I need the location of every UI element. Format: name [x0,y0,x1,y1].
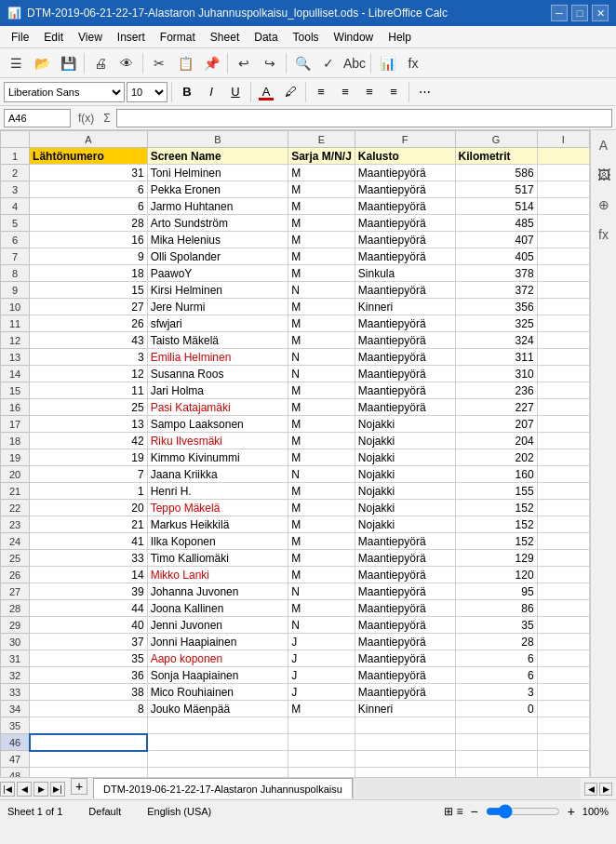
cell-i3[interactable] [537,181,589,198]
cell-a12[interactable]: 43 [30,332,148,349]
cell-g26[interactable]: 120 [455,567,537,583]
cell-a1[interactable]: Lähtönumero [30,148,148,165]
cell-i23[interactable] [537,516,589,533]
cell-i28[interactable] [537,600,589,617]
scroll-right-button[interactable]: ▶ [599,783,612,796]
cell-b6[interactable]: Mika Helenius [147,232,288,248]
cell-b31[interactable]: Aapo koponen [147,650,288,667]
fx-button[interactable]: fx [401,51,425,75]
cell-b18[interactable]: Riku Ilvesmäki [147,433,288,449]
cell-i34[interactable] [537,701,589,717]
cell-i18[interactable] [537,433,589,449]
cell-a10[interactable]: 27 [30,299,148,315]
cell-i30[interactable] [537,634,589,650]
cell-a15[interactable]: 11 [30,382,148,399]
cell-g33[interactable]: 3 [455,684,537,701]
cell-g24[interactable]: 152 [455,533,537,550]
scrollbar-area[interactable] [353,778,581,799]
cell-i15[interactable] [537,382,589,399]
cell-g46[interactable] [455,734,537,751]
cell-e11[interactable]: M [288,315,355,332]
cell-f31[interactable]: Maantiepyörä [355,650,455,667]
cell-e12[interactable]: M [288,332,355,349]
row-number[interactable]: 9 [1,282,30,299]
cell-f21[interactable]: Nojakki [355,483,455,500]
cell-f48[interactable] [355,768,455,778]
cell-i21[interactable] [537,483,589,500]
cell-f6[interactable]: Maantiepyörä [355,232,455,248]
row-number[interactable]: 21 [1,483,30,500]
cell-g9[interactable]: 372 [455,282,537,299]
open-button[interactable]: 📂 [30,51,54,75]
cell-e1[interactable]: Sarja M/N/J [288,148,355,165]
cut-button[interactable]: ✂ [147,51,171,75]
styles-sidebar-button[interactable]: A [593,134,615,156]
align-right-button[interactable]: ≡ [358,82,381,102]
cell-f34[interactable]: Kinneri [355,701,455,717]
scroll-left-button[interactable]: ◀ [584,783,597,796]
cell-e20[interactable]: N [288,466,355,483]
cell-i2[interactable] [537,165,589,181]
row-number[interactable]: 7 [1,248,30,265]
col-header-i[interactable]: I [537,131,589,148]
cell-b23[interactable]: Markus Heikkilä [147,516,288,533]
row-number[interactable]: 29 [1,617,30,634]
align-justify-button[interactable]: ≡ [382,82,405,102]
cell-g8[interactable]: 378 [455,265,537,282]
cell-a19[interactable]: 19 [30,449,148,466]
cell-f23[interactable]: Nojakki [355,516,455,533]
cell-f46[interactable] [355,734,455,751]
cell-b32[interactable]: Sonja Haapiainen [147,667,288,684]
italic-button[interactable]: I [200,82,222,102]
cell-f47[interactable] [355,751,455,768]
cell-g7[interactable]: 405 [455,248,537,265]
cell-i24[interactable] [537,533,589,550]
cell-f2[interactable]: Maantiepyörä [355,165,455,181]
cell-f9[interactable]: Maantiepyörä [355,282,455,299]
cell-i31[interactable] [537,650,589,667]
row-number[interactable]: 33 [1,684,30,701]
cell-a48[interactable] [30,768,148,778]
cell-b26[interactable]: Mikko Lanki [147,567,288,583]
cell-a32[interactable]: 36 [30,667,148,684]
cell-a7[interactable]: 9 [30,248,148,265]
cell-e5[interactable]: M [288,215,355,232]
cell-reference-input[interactable] [4,109,71,127]
row-number[interactable]: 35 [1,717,30,734]
cell-e25[interactable]: M [288,550,355,567]
cell-e33[interactable]: J [288,684,355,701]
cell-e3[interactable]: M [288,181,355,198]
cell-a34[interactable]: 8 [30,701,148,717]
cell-e7[interactable]: M [288,248,355,265]
row-number[interactable]: 15 [1,382,30,399]
cell-f15[interactable]: Maantiepyörä [355,382,455,399]
format-more-button[interactable]: ⋯ [413,82,435,102]
row-number[interactable]: 25 [1,550,30,567]
menu-file[interactable]: File [4,29,36,46]
cell-b27[interactable]: Johanna Juvonen [147,583,288,600]
row-number[interactable]: 31 [1,650,30,667]
cell-g4[interactable]: 514 [455,198,537,215]
row-number[interactable]: 2 [1,165,30,181]
menu-window[interactable]: Window [327,29,382,46]
cell-i20[interactable] [537,466,589,483]
menu-help[interactable]: Help [381,29,419,46]
cell-e35[interactable] [288,717,355,734]
cell-b3[interactable]: Pekka Eronen [147,181,288,198]
cell-f25[interactable]: Maantiepyörä [355,550,455,567]
row-number[interactable]: 16 [1,399,30,416]
row-number[interactable]: 28 [1,600,30,617]
cell-b22[interactable]: Teppo Mäkelä [147,500,288,516]
align-center-button[interactable]: ≡ [334,82,356,102]
redo-button[interactable]: ↪ [258,51,282,75]
cell-b47[interactable] [147,751,288,768]
cell-a25[interactable]: 33 [30,550,148,567]
row-number[interactable]: 30 [1,634,30,650]
cell-g21[interactable]: 155 [455,483,537,500]
cell-b35[interactable] [147,717,288,734]
cell-b8[interactable]: PaawoY [147,265,288,282]
row-number[interactable]: 24 [1,533,30,550]
chart-button[interactable]: 📊 [375,51,399,75]
cell-g35[interactable] [455,717,537,734]
row-number[interactable]: 34 [1,701,30,717]
